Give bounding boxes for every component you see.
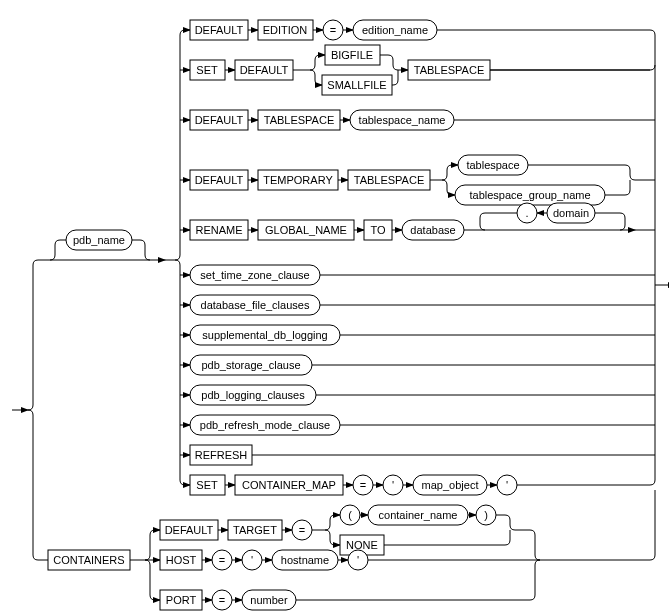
svg-text:=: =: [299, 524, 305, 536]
svg-text:=: =: [330, 24, 336, 36]
svg-text:TABLESPACE: TABLESPACE: [264, 114, 335, 126]
svg-text:tablespace_group_name: tablespace_group_name: [469, 189, 590, 201]
svg-text:=: =: [219, 554, 225, 566]
svg-text:edition_name: edition_name: [362, 24, 428, 36]
svg-text:REFRESH: REFRESH: [195, 449, 248, 461]
svg-text:container_name: container_name: [379, 509, 458, 521]
svg-text:pdb_refresh_mode_clause: pdb_refresh_mode_clause: [200, 419, 330, 431]
svg-text:EDITION: EDITION: [263, 24, 308, 36]
svg-text:=: =: [360, 479, 366, 491]
syntax-diagram: pdb_name DEFAULT EDITION = edition_name …: [10, 10, 669, 612]
svg-text:database_file_clauses: database_file_clauses: [201, 299, 310, 311]
svg-text:': ': [357, 554, 359, 566]
svg-text:TABLESPACE: TABLESPACE: [354, 174, 425, 186]
svg-text:pdb_storage_clause: pdb_storage_clause: [201, 359, 300, 371]
label-pdb-name: pdb_name: [73, 234, 125, 246]
svg-text:supplemental_db_logging: supplemental_db_logging: [202, 329, 327, 341]
svg-text:BIGFILE: BIGFILE: [331, 49, 373, 61]
svg-text:): ): [484, 509, 488, 521]
svg-text:.: .: [525, 207, 528, 219]
svg-text:GLOBAL_NAME: GLOBAL_NAME: [265, 224, 347, 236]
svg-text:SET: SET: [196, 64, 218, 76]
svg-text:domain: domain: [553, 207, 589, 219]
svg-text:hostname: hostname: [281, 554, 329, 566]
svg-text:TARGET: TARGET: [233, 524, 277, 536]
svg-text:DEFAULT: DEFAULT: [165, 524, 214, 536]
svg-text:TABLESPACE: TABLESPACE: [414, 64, 485, 76]
svg-text:TEMPORARY: TEMPORARY: [263, 174, 333, 186]
svg-text:SMALLFILE: SMALLFILE: [327, 79, 386, 91]
svg-text:set_time_zone_clause: set_time_zone_clause: [200, 269, 309, 281]
svg-text:map_object: map_object: [422, 479, 479, 491]
svg-text:PORT: PORT: [166, 594, 197, 606]
svg-text:NONE: NONE: [346, 539, 378, 551]
svg-text:HOST: HOST: [166, 554, 197, 566]
svg-text:': ': [506, 479, 508, 491]
svg-text:number: number: [250, 594, 288, 606]
svg-text:(: (: [348, 509, 352, 521]
svg-text:CONTAINER_MAP: CONTAINER_MAP: [242, 479, 336, 491]
svg-text:DEFAULT: DEFAULT: [240, 64, 289, 76]
svg-text:=: =: [219, 594, 225, 606]
svg-text:': ': [251, 554, 253, 566]
svg-text:database: database: [410, 224, 455, 236]
svg-text:RENAME: RENAME: [195, 224, 242, 236]
svg-text:DEFAULT: DEFAULT: [195, 24, 244, 36]
svg-text:': ': [392, 479, 394, 491]
svg-text:DEFAULT: DEFAULT: [195, 114, 244, 126]
svg-text:TO: TO: [370, 224, 386, 236]
svg-text:tablespace: tablespace: [466, 159, 519, 171]
svg-text:DEFAULT: DEFAULT: [195, 174, 244, 186]
svg-text:SET: SET: [196, 479, 218, 491]
svg-text:pdb_logging_clauses: pdb_logging_clauses: [201, 389, 305, 401]
svg-text:tablespace_name: tablespace_name: [359, 114, 446, 126]
svg-text:CONTAINERS: CONTAINERS: [53, 554, 124, 566]
